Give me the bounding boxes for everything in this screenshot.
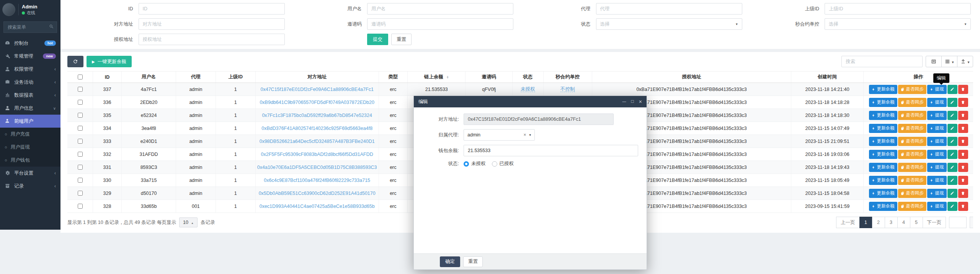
sidebar-item-user-recharge[interactable]: 用户充值 bbox=[0, 128, 60, 141]
sort-icon[interactable] bbox=[446, 76, 449, 79]
edit-button[interactable] bbox=[947, 137, 957, 146]
sync-button[interactable]: 是否同步 bbox=[898, 137, 926, 146]
filter-auth-address-input[interactable] bbox=[139, 34, 285, 45]
edit-button[interactable] bbox=[947, 202, 957, 211]
filter-invite-code-input[interactable] bbox=[367, 18, 513, 30]
close-icon[interactable] bbox=[639, 99, 642, 104]
filter-id-input[interactable] bbox=[139, 3, 285, 15]
radio-unauthorized[interactable] bbox=[464, 161, 469, 167]
filter-agent-input[interactable] bbox=[596, 3, 742, 15]
row-checkbox[interactable] bbox=[78, 165, 83, 170]
row-checkbox[interactable] bbox=[78, 191, 83, 196]
sidebar-item-user-info[interactable]: 用户信息 bbox=[0, 102, 60, 115]
edit-button[interactable] bbox=[947, 189, 957, 198]
row-checkbox[interactable] bbox=[78, 113, 83, 118]
peer-address-link[interactable]: 0xB9db641C9b97065570FD5dFf0749A037872EDb… bbox=[260, 100, 374, 105]
clear-icon[interactable]: × bbox=[523, 132, 526, 138]
withdraw-button[interactable]: 提现 bbox=[927, 124, 947, 133]
page-goto-button-partial[interactable] bbox=[970, 217, 973, 228]
filter-username-input[interactable] bbox=[367, 3, 513, 15]
sync-button[interactable]: 是否同步 bbox=[898, 163, 926, 172]
withdraw-button[interactable]: 提现 bbox=[927, 85, 947, 94]
sidebar-item-reports[interactable]: 数据报表 bbox=[0, 89, 60, 102]
edit-button[interactable] bbox=[947, 85, 957, 94]
delete-button[interactable] bbox=[958, 176, 968, 185]
peer-address-link[interactable]: 0x2F5F5Fc95309cF8083bADf2d8bcf66f5Dd31AF… bbox=[261, 152, 373, 157]
filter-peer-address-input[interactable] bbox=[139, 18, 285, 30]
row-checkbox[interactable] bbox=[78, 100, 83, 105]
update-balance-button[interactable]: 更新余额 bbox=[869, 111, 897, 120]
withdraw-button[interactable]: 提现 bbox=[927, 137, 947, 146]
select-all-checkbox[interactable] bbox=[78, 75, 83, 79]
withdraw-button[interactable]: 提现 bbox=[927, 150, 947, 159]
sidebar-item-permissions[interactable]: 权限管理 bbox=[0, 63, 60, 76]
update-balance-button[interactable]: 更新余额 bbox=[869, 163, 897, 172]
detail-view-button[interactable] bbox=[926, 56, 942, 67]
modal-peer-address-input[interactable] bbox=[464, 113, 614, 125]
update-all-balances-button[interactable]: 一键更新余额 bbox=[87, 56, 132, 67]
confirm-button[interactable]: 确定 bbox=[440, 256, 460, 267]
peer-address-link[interactable]: 0xec1D993A40441C4ae07425a5BeCe1e58B933d6… bbox=[260, 204, 375, 209]
peer-address-link[interactable]: 0xBdD376F41A802574f140236c925F69d5663ea4… bbox=[261, 126, 372, 131]
filter-contract-control-select[interactable]: 选择 bbox=[825, 18, 971, 30]
row-checkbox[interactable] bbox=[78, 204, 83, 209]
sync-button[interactable]: 是否同步 bbox=[898, 85, 926, 94]
radio-authorized[interactable] bbox=[492, 161, 497, 167]
edit-button[interactable] bbox=[947, 111, 957, 120]
update-balance-button[interactable]: 更新余额 bbox=[869, 124, 897, 133]
edit-button[interactable] bbox=[947, 176, 957, 185]
row-checkbox[interactable] bbox=[78, 139, 83, 144]
page-button-5[interactable]: 5 bbox=[910, 217, 923, 228]
submit-button[interactable]: 提交 bbox=[367, 34, 388, 45]
row-checkbox[interactable] bbox=[78, 126, 83, 131]
sidebar-item-general[interactable]: 常规管理 new bbox=[0, 50, 60, 63]
update-balance-button[interactable]: 更新余额 bbox=[869, 189, 897, 198]
modal-balance-input[interactable] bbox=[464, 145, 638, 156]
update-balance-button[interactable]: 更新余额 bbox=[869, 85, 897, 94]
sidebar-item-business[interactable]: 业务活动 bbox=[0, 76, 60, 89]
sidebar-item-console[interactable]: 控制台 hot bbox=[0, 37, 60, 50]
sync-button[interactable]: 是否同步 bbox=[898, 124, 926, 133]
withdraw-button[interactable]: 提现 bbox=[927, 189, 947, 198]
peer-address-link[interactable]: 0x6c4c9E87Bcf1100a476f24fB60f82229c733a7… bbox=[264, 178, 370, 183]
update-balance-button[interactable]: 更新余额 bbox=[869, 150, 897, 159]
next-page-button[interactable]: 下一页 bbox=[923, 217, 946, 228]
peer-address-link[interactable]: 0x47C15f187eE01Df2cFe09A6C1a88906cBE4a7F… bbox=[261, 87, 374, 92]
peer-address-link[interactable]: 0x98DB526621a64Dec5cfD324857A487B3FBe240… bbox=[260, 139, 375, 144]
update-balance-button[interactable]: 更新余额 bbox=[869, 98, 897, 107]
delete-button[interactable] bbox=[958, 124, 968, 133]
minimize-icon[interactable] bbox=[622, 99, 626, 104]
sync-button[interactable]: 是否同步 bbox=[898, 202, 926, 211]
export-button[interactable] bbox=[957, 56, 973, 67]
modal-agent-select[interactable]: admin × bbox=[464, 129, 535, 141]
withdraw-button[interactable]: 提现 bbox=[927, 163, 947, 172]
sidebar-item-frontend-users[interactable]: 前端用户 bbox=[0, 115, 60, 128]
columns-button[interactable] bbox=[941, 56, 957, 67]
col-header-balance[interactable]: 链上余额 bbox=[408, 71, 466, 83]
edit-button[interactable] bbox=[947, 150, 957, 159]
delete-button[interactable] bbox=[958, 202, 968, 211]
sync-button[interactable]: 是否同步 bbox=[898, 150, 926, 159]
reset-button[interactable]: 重置 bbox=[391, 34, 412, 45]
update-balance-button[interactable]: 更新余额 bbox=[869, 202, 897, 211]
withdraw-button[interactable]: 提现 bbox=[927, 202, 947, 211]
contract-control-link[interactable]: 不控制 bbox=[560, 86, 575, 92]
delete-button[interactable] bbox=[958, 189, 968, 198]
modal-header[interactable]: 编辑 bbox=[414, 96, 647, 107]
delete-button[interactable] bbox=[958, 85, 968, 94]
edit-button[interactable] bbox=[947, 124, 957, 133]
delete-button[interactable] bbox=[958, 98, 968, 107]
sidebar-item-user-withdraw[interactable]: 用户提现 bbox=[0, 141, 60, 154]
withdraw-button[interactable]: 提现 bbox=[927, 111, 947, 120]
withdraw-button[interactable]: 提现 bbox=[927, 176, 947, 185]
delete-button[interactable] bbox=[958, 137, 968, 146]
page-button-3[interactable]: 3 bbox=[885, 217, 898, 228]
peer-address-link[interactable]: 0x4a10e70E6a1DF5A5CEBC0d05B1D75C8B388593… bbox=[257, 165, 377, 170]
row-checkbox[interactable] bbox=[78, 87, 83, 92]
sync-button[interactable]: 是否同步 bbox=[898, 98, 926, 107]
delete-button[interactable] bbox=[958, 163, 968, 172]
peer-address-link[interactable]: 0x7Fc1c3F1875bc0aD592ff29a6b67bD8547e523… bbox=[262, 113, 372, 118]
update-balance-button[interactable]: 更新余额 bbox=[869, 176, 897, 185]
status-link[interactable]: 未授权 bbox=[521, 86, 535, 92]
modal-reset-button[interactable]: 重置 bbox=[463, 256, 483, 267]
